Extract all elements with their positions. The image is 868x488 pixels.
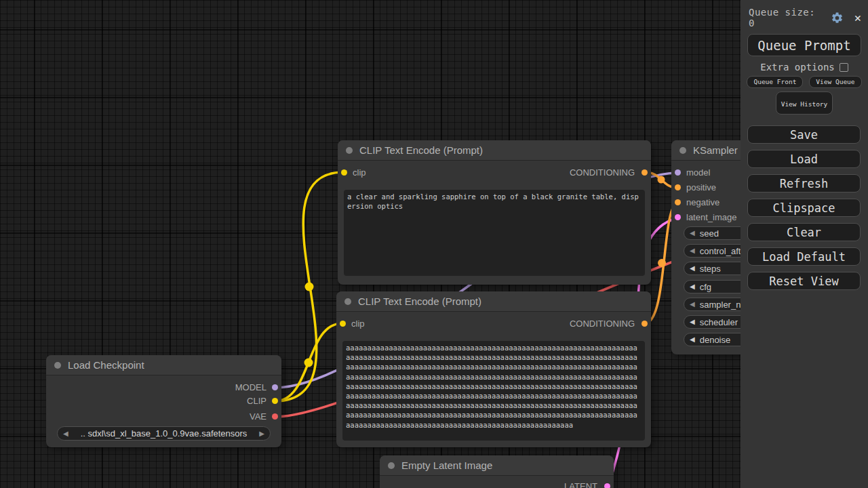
input-label-negative: negative bbox=[686, 197, 719, 207]
widget-prev-arrow-icon[interactable]: ◀ bbox=[690, 336, 695, 343]
save-button[interactable]: Save bbox=[747, 125, 861, 144]
input-port-positive[interactable] bbox=[675, 184, 681, 190]
widget-prev-arrow-icon[interactable]: ◀ bbox=[690, 283, 695, 290]
view-queue-button[interactable]: View Queue bbox=[809, 76, 861, 88]
link-dot bbox=[305, 283, 314, 291]
widget-prev-arrow-icon[interactable]: ◀ bbox=[690, 319, 695, 325]
widget-prev-arrow-icon[interactable]: ◀ bbox=[690, 265, 695, 272]
extra-options-row: Extra options bbox=[741, 59, 868, 76]
input-label: clip bbox=[353, 167, 366, 178]
queue-size-label: Queue size: 0 bbox=[749, 7, 825, 28]
input-port-negative[interactable] bbox=[675, 199, 681, 205]
extra-options-checkbox[interactable] bbox=[840, 63, 848, 72]
collapse-dot-icon[interactable] bbox=[346, 147, 353, 154]
input-port-model[interactable] bbox=[675, 169, 681, 176]
output-port-conditioning[interactable] bbox=[642, 169, 648, 176]
load-default-button[interactable]: Load Default bbox=[747, 247, 861, 266]
comfyui-canvas[interactable]: CLIP Text Encode (Prompt) clip CONDITION… bbox=[0, 0, 868, 488]
node-clip-text-encode-positive[interactable]: CLIP Text Encode (Prompt) clip CONDITION… bbox=[338, 140, 651, 285]
node-empty-latent-image[interactable]: Empty Latent Image LATENT bbox=[380, 455, 614, 488]
widget-prev-arrow-icon[interactable]: ◀ bbox=[690, 301, 695, 308]
output-label: CONDITIONING bbox=[570, 167, 635, 178]
prompt-textarea[interactable]: a clear and sparkling sapphire on top of… bbox=[344, 190, 645, 276]
link-dot bbox=[658, 176, 665, 184]
node-title-bar[interactable]: CLIP Text Encode (Prompt) bbox=[338, 140, 651, 161]
output-port-conditioning[interactable] bbox=[642, 321, 648, 327]
node-title-bar[interactable]: Empty Latent Image bbox=[380, 455, 614, 476]
output-port-vae[interactable] bbox=[272, 413, 278, 420]
queue-size-value: 0 bbox=[749, 18, 755, 28]
widget-label: steps bbox=[700, 264, 721, 274]
settings-gear-icon[interactable] bbox=[831, 12, 844, 24]
node-clip-text-encode-negative[interactable]: CLIP Text Encode (Prompt) clip CONDITION… bbox=[336, 291, 651, 447]
combo-next-arrow-icon[interactable]: ▶ bbox=[259, 430, 264, 437]
input-label-latent-image: latent_image bbox=[686, 212, 736, 222]
view-history-button[interactable]: View History bbox=[776, 92, 833, 115]
clear-button[interactable]: Clear bbox=[747, 223, 861, 241]
ckpt-name-combo-widget[interactable]: ◀ .. sdxl\sd_xl_base_1.0_0.9vae.safetens… bbox=[57, 426, 271, 441]
output-label: CONDITIONING bbox=[570, 319, 635, 329]
output-label-vae: VAE bbox=[250, 411, 267, 422]
collapse-dot-icon[interactable] bbox=[388, 462, 395, 469]
widget-label: denoise bbox=[700, 335, 731, 345]
node-title-bar[interactable]: Load Checkpoint bbox=[46, 355, 281, 375]
output-label-model: MODEL bbox=[235, 382, 267, 392]
input-port-clip[interactable] bbox=[340, 321, 346, 327]
collapse-dot-icon[interactable] bbox=[344, 298, 351, 305]
close-menu-icon[interactable]: ✕ bbox=[854, 12, 861, 24]
node-load-checkpoint[interactable]: Load Checkpoint MODEL CLIP VAE ◀ .. sdxl… bbox=[46, 355, 281, 447]
output-label-latent: LATENT bbox=[564, 481, 597, 488]
queue-actions-row: Queue Front View Queue bbox=[741, 76, 868, 88]
node-title: Empty Latent Image bbox=[401, 460, 492, 471]
input-label-model: model bbox=[686, 167, 710, 178]
widget-prev-arrow-icon[interactable]: ◀ bbox=[690, 230, 695, 237]
prompt-textarea[interactable]: aaaaaaaaaaaaaaaaaaaaaaaaaaaaaaaaaaaaaaaa… bbox=[342, 341, 645, 441]
output-port-model[interactable] bbox=[272, 384, 278, 390]
menu-header-row: Queue size: 0 ✕ bbox=[741, 0, 868, 30]
collapse-dot-icon[interactable] bbox=[679, 147, 686, 154]
output-label-clip: CLIP bbox=[247, 396, 267, 406]
clipspace-button[interactable]: Clipspace bbox=[747, 199, 861, 217]
input-label: clip bbox=[351, 319, 365, 329]
output-port-clip[interactable] bbox=[272, 398, 278, 404]
queue-front-button[interactable]: Queue Front bbox=[747, 76, 803, 88]
widget-label: cfg bbox=[700, 282, 711, 292]
node-title: CLIP Text Encode (Prompt) bbox=[359, 144, 483, 156]
input-port-clip[interactable] bbox=[341, 169, 347, 176]
input-port-latent-image[interactable] bbox=[675, 214, 681, 220]
node-title: Load Checkpoint bbox=[68, 359, 144, 371]
widget-label: seed bbox=[700, 228, 719, 239]
reset-view-button[interactable]: Reset View bbox=[747, 272, 861, 290]
widget-prev-arrow-icon[interactable]: ◀ bbox=[690, 247, 695, 254]
load-button[interactable]: Load bbox=[747, 150, 861, 168]
link-dot bbox=[304, 359, 313, 367]
ckpt-name-value: .. sdxl\sd_xl_base_1.0_0.9vae.safetensor… bbox=[68, 428, 260, 439]
node-title: CLIP Text Encode (Prompt) bbox=[358, 296, 481, 307]
comfyui-menu-panel: Queue size: 0 ✕ Queue Prompt Extra optio… bbox=[741, 0, 868, 488]
collapse-dot-icon[interactable] bbox=[54, 362, 61, 369]
combo-prev-arrow-icon[interactable]: ◀ bbox=[63, 430, 68, 437]
widget-label: scheduler bbox=[700, 317, 738, 327]
extra-options-label: Extra options bbox=[760, 62, 835, 73]
queue-prompt-button[interactable]: Queue Prompt bbox=[747, 34, 861, 56]
refresh-button[interactable]: Refresh bbox=[747, 174, 861, 192]
input-label-positive: positive bbox=[686, 182, 716, 192]
node-title-bar[interactable]: CLIP Text Encode (Prompt) bbox=[336, 291, 651, 312]
node-title: KSampler bbox=[693, 144, 738, 156]
link-dot bbox=[658, 259, 666, 267]
output-port-latent[interactable] bbox=[604, 483, 610, 488]
